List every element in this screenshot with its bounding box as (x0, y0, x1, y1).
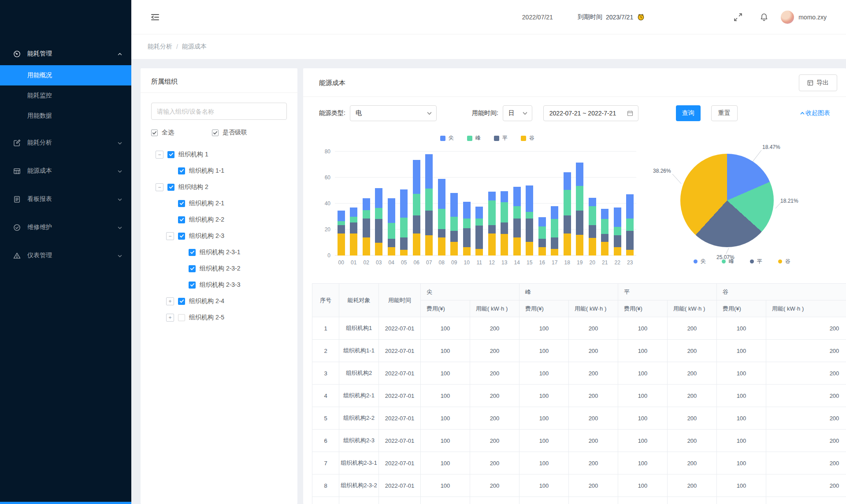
tree-node-checkbox[interactable] (178, 200, 185, 207)
table-row[interactable]: 5组织机构2-22022-07-011002001002001002001002… (312, 407, 846, 430)
sidebar-item-能耗分析[interactable]: 能耗分析 (0, 131, 131, 154)
collapse-node-icon[interactable]: − (166, 232, 174, 240)
bar-01[interactable] (350, 152, 357, 256)
table-row[interactable]: 6组织机构2-32022-07-011002001002001002001002… (312, 430, 846, 452)
query-button[interactable]: 查询 (676, 105, 701, 121)
bar-23[interactable] (626, 152, 634, 256)
tree-options-row: 全选 是否级联 (151, 129, 287, 137)
y-axis-tick: 0 (315, 252, 330, 259)
bar-14[interactable] (513, 152, 521, 256)
cell-value: 100 (618, 385, 668, 407)
select-all-checkbox-box[interactable] (151, 130, 158, 136)
fullscreen-icon[interactable] (733, 12, 743, 22)
notification-bell-icon[interactable] (760, 13, 768, 22)
tree-node-checkbox[interactable] (178, 233, 185, 240)
org-search-input[interactable] (151, 103, 287, 120)
bar-17[interactable] (551, 152, 558, 256)
sidebar-subitem-能耗监控[interactable]: 能耗监控 (0, 85, 131, 106)
select-all-checkbox[interactable]: 全选 (151, 129, 174, 137)
horizontal-scrollbar-thumb[interactable] (0, 502, 131, 504)
username[interactable]: momo.zxy (798, 14, 827, 21)
cascade-checkbox[interactable]: 是否级联 (212, 129, 247, 137)
table-row[interactable]: 4组织机构2-12022-07-011002001002001002001002… (312, 385, 846, 407)
table-row[interactable]: 2组织机构1-12022-07-011002001002001002001002… (312, 340, 846, 362)
bar-13[interactable] (501, 152, 508, 256)
legend-item-尖[interactable]: 尖 (440, 134, 454, 142)
tree-node-checkbox[interactable] (178, 167, 185, 174)
pie-legend-item-平[interactable]: 平 (750, 258, 762, 265)
legend-item-平[interactable]: 平 (494, 134, 508, 142)
sidebar-item-维修维护[interactable]: 维修维护 (0, 216, 131, 239)
bar-15[interactable] (526, 152, 533, 256)
bar-09[interactable] (450, 152, 458, 256)
bar-12[interactable] (488, 152, 496, 256)
table-row[interactable]: 3组织机构22022-07-01100200100200100200100200 (312, 362, 846, 385)
bar-18[interactable] (564, 152, 571, 256)
sidebar-item-能耗管理[interactable]: 能耗管理 (0, 42, 131, 65)
user-avatar[interactable] (781, 11, 794, 24)
table-row[interactable]: 8组织机构2-3-22022-07-0110020010020010020010… (312, 474, 846, 497)
tree-node-checkbox[interactable] (167, 151, 174, 158)
bar-02[interactable] (363, 152, 370, 256)
tree-node-checkbox[interactable] (167, 184, 174, 191)
bar-19[interactable] (576, 152, 583, 256)
bar-06[interactable] (413, 152, 420, 256)
bar-00[interactable] (338, 152, 345, 256)
cell-index: 1 (312, 317, 339, 340)
sidebar-subitem-用能概况[interactable]: 用能概况 (0, 65, 131, 85)
tree-node-checkbox[interactable] (189, 265, 196, 272)
tree-node-checkbox[interactable] (178, 298, 185, 305)
bar-07[interactable] (425, 152, 433, 256)
reset-button[interactable]: 重置 (711, 105, 738, 121)
header-谷-usage: 用能( kW·h ) (766, 300, 846, 317)
time-unit-select[interactable]: 日 (503, 105, 532, 121)
collapse-charts-link[interactable]: 收起图表 (800, 109, 830, 117)
tree-node-checkbox[interactable] (178, 216, 185, 223)
bar-11[interactable] (475, 152, 483, 256)
bar-03[interactable] (375, 152, 382, 256)
bar-05[interactable] (400, 152, 408, 256)
expand-node-icon[interactable]: + (166, 314, 174, 322)
x-axis-tick: 00 (336, 259, 346, 266)
bar-16[interactable] (538, 152, 546, 256)
cascade-checkbox-box[interactable] (212, 130, 219, 136)
pie-legend-item-尖[interactable]: 尖 (694, 258, 706, 265)
sidebar: 能耗管理用能概况能耗监控用能数据能耗分析能源成本看板报表维修维护仪表管理 (0, 0, 131, 504)
pie-legend-item-峰[interactable]: 峰 (722, 258, 734, 265)
cell-value: 100 (519, 385, 569, 407)
sidebar-subitem-用能数据[interactable]: 用能数据 (0, 106, 131, 126)
bar-segment-平 (513, 219, 521, 237)
bar-10[interactable] (463, 152, 471, 256)
legend-item-峰[interactable]: 峰 (467, 134, 481, 142)
bar-08[interactable] (438, 152, 445, 256)
energy-type-select[interactable]: 电 (350, 105, 437, 121)
cell-value: 100 (618, 474, 668, 497)
tree-node-checkbox[interactable] (189, 249, 196, 256)
bar-04[interactable] (388, 152, 395, 256)
table-row[interactable]: 7组织机构2-3-12022-07-0110020010020010020010… (312, 452, 846, 474)
bar-segment-谷 (400, 250, 408, 256)
bar-segment-尖 (551, 206, 558, 219)
x-axis-tick: 04 (386, 259, 397, 266)
sidebar-item-能源成本[interactable]: 能源成本 (0, 159, 131, 182)
bar-segment-谷 (576, 235, 583, 256)
pie-legend-item-谷[interactable]: 谷 (778, 258, 790, 265)
breadcrumb-item-parent[interactable]: 能耗分析 (148, 43, 172, 51)
menu-fold-icon[interactable] (150, 12, 160, 22)
collapse-node-icon[interactable]: − (156, 183, 163, 191)
table-row[interactable]: 1组织机构12022-07-01100200100200100200100200 (312, 317, 846, 340)
bar-22[interactable] (614, 152, 621, 256)
bar-21[interactable] (601, 152, 609, 256)
date-range-picker[interactable]: 2022-07-21 ~ 2022-7-21 (543, 105, 638, 121)
pie-legend-label: 谷 (785, 258, 790, 265)
expand-node-icon[interactable]: + (166, 297, 174, 305)
tree-node-checkbox[interactable] (189, 282, 196, 289)
legend-item-谷[interactable]: 谷 (521, 134, 534, 142)
x-axis-tick: 05 (399, 259, 409, 266)
collapse-node-icon[interactable]: − (156, 151, 163, 159)
sidebar-item-看板报表[interactable]: 看板报表 (0, 188, 131, 211)
export-button[interactable]: 导出 (799, 74, 837, 91)
tree-node-checkbox[interactable] (178, 314, 185, 321)
sidebar-item-仪表管理[interactable]: 仪表管理 (0, 244, 131, 267)
bar-20[interactable] (589, 152, 596, 256)
